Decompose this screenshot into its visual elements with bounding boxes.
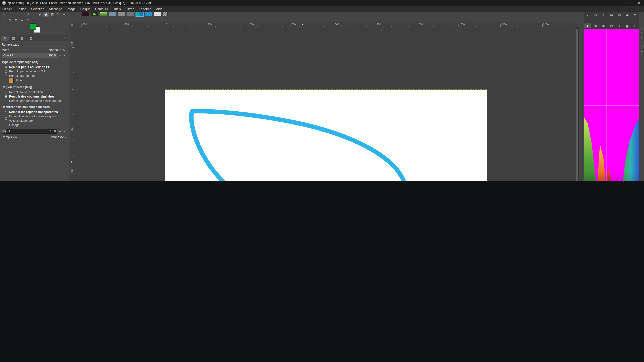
fg-bg-color-area[interactable] [30, 23, 40, 33]
bucket-fill-tool-icon[interactable]: ◉ [43, 12, 49, 17]
flip-tool-icon[interactable]: ⇄ [37, 12, 43, 17]
radio-option[interactable]: Remplir par la couleur d'AP [2, 69, 66, 73]
radio-option[interactable]: Remplir par un motif [2, 73, 66, 78]
fill-via-dropdown[interactable]: Composite ▾ [50, 135, 66, 139]
transform-tool-icon[interactable]: ◇ [31, 12, 37, 17]
minimize-button[interactable]: ─ [610, 0, 620, 6]
radio-option[interactable]: Remplir des couleurs similaires [2, 94, 66, 98]
opacity-decrease-button[interactable]: − [58, 54, 62, 57]
channel-C[interactable]: C [641, 32, 643, 35]
menu-affichage[interactable]: Affichage [46, 6, 64, 12]
maximize-button[interactable]: □ [622, 0, 632, 6]
ruler-corner-button[interactable]: ▦ [70, 22, 74, 27]
menu-outils[interactable]: Outils [110, 6, 123, 12]
document-history-tab-icon[interactable]: ▤ [608, 12, 615, 17]
threshold-increase-button[interactable]: + [63, 130, 66, 133]
preset-slate[interactable] [127, 12, 134, 16]
brush-preview[interactable] [82, 12, 89, 16]
heal-tool-icon[interactable]: ¤ [13, 17, 19, 22]
preset-blue[interactable] [145, 12, 152, 16]
check-option[interactable]: Lissage [2, 123, 66, 127]
channel-R[interactable]: R [641, 41, 643, 43]
detach-tab-icon[interactable]: □ [632, 12, 639, 17]
paths-tool-icon[interactable]: ʃ [1, 17, 7, 22]
menu-calque[interactable]: Calque [78, 6, 93, 12]
colors-tab-icon[interactable]: ◧ [584, 23, 591, 28]
crop-tool-icon[interactable]: # [25, 12, 31, 17]
pencil-tool-icon[interactable]: ✎ [55, 12, 61, 17]
channel-G[interactable]: G [641, 45, 643, 48]
channels-tab-icon[interactable]: ▤ [608, 23, 615, 28]
gradients-tab-icon[interactable]: ▩ [592, 23, 599, 28]
brush-leaf-preview[interactable] [90, 12, 98, 16]
radio-option[interactable]: Remplir toute la sélection [2, 90, 66, 94]
channel-B[interactable]: B [641, 50, 642, 52]
check-option[interactable]: Voisins diagonaux [2, 118, 66, 123]
menu-couleurs[interactable]: Couleurs [93, 6, 110, 12]
text-tool-icon[interactable]: A [7, 17, 13, 22]
histogram-tab-icon[interactable]: ▅ [624, 23, 631, 28]
ruler-label: 1000 [334, 23, 339, 26]
foreground-color-swatch[interactable] [30, 23, 36, 30]
layers-tab-icon[interactable]: ▣ [600, 23, 607, 28]
paths-tab-icon[interactable]: ʃ [616, 23, 623, 28]
menu-image[interactable]: Image [64, 6, 78, 12]
scrollbar-thumb[interactable] [576, 28, 578, 181]
threshold-decrease-button[interactable]: − [58, 130, 62, 133]
canvas[interactable] [165, 90, 487, 181]
check-option[interactable]: Échantillonner sur tous les calques [2, 114, 66, 118]
radio-option[interactable]: Remplir par la couleur de PP [2, 65, 66, 69]
gradient-green-preview[interactable] [100, 12, 107, 16]
channel-h[interactable]: h [641, 36, 642, 39]
horizontal-ruler[interactable]: ▼ -500-250025050075010001250150017502000… [74, 22, 578, 27]
mode-dropdown[interactable]: Normal ▾ [49, 48, 61, 52]
move-tool-icon[interactable]: + [1, 12, 7, 17]
undo-history-tab-icon[interactable]: ▦ [18, 36, 26, 40]
fonts-tab-icon[interactable]: A [600, 12, 607, 17]
brushes-tab-icon[interactable]: ✏ [584, 12, 591, 17]
channel-L[interactable]: L [641, 28, 642, 30]
fuzzy-select-tool-icon[interactable]: * [19, 12, 25, 17]
dock-menu-icon[interactable]: ≡ [64, 36, 67, 40]
color-select-area[interactable] [584, 29, 639, 181]
patterns-tab-icon[interactable]: ▨ [592, 12, 599, 17]
tool-options-body: Remplissage Mode Normal ▾ ↻ Opacité 100,… [0, 41, 68, 140]
detach-tab-icon[interactable]: □ [632, 23, 639, 28]
brush-circle-preview[interactable] [109, 12, 116, 16]
menu-fenêtres[interactable]: Fenêtres [136, 6, 154, 12]
gradient-tool-icon[interactable]: ▨ [49, 12, 55, 17]
menu-fichier[interactable]: Fichier [0, 6, 14, 12]
paintbrush-tool-icon[interactable]: ✏ [62, 12, 67, 17]
gradient-teal-preview[interactable] [136, 12, 143, 16]
check-option[interactable]: Remplir les régions transparentes [2, 110, 66, 114]
opacity-increase-button[interactable]: + [63, 54, 66, 57]
checker-icon[interactable] [163, 12, 168, 16]
images-tab-icon[interactable]: ▧ [27, 36, 35, 40]
ruler-label: -250 [124, 23, 129, 26]
threshold-slider[interactable]: Seuil 15,0 [2, 129, 57, 134]
menu-sélection[interactable]: Sélection [29, 6, 46, 12]
opacity-slider[interactable]: Opacité 100,0 [2, 53, 57, 58]
vertical-scrollbar[interactable] [576, 27, 578, 181]
canvas-area[interactable] [74, 27, 576, 181]
menu-filtres[interactable]: Filtres [123, 6, 136, 12]
ruler-label: -500 [82, 23, 87, 26]
close-button[interactable]: × [634, 0, 644, 6]
buffers-tab-icon[interactable]: ▥ [616, 12, 623, 17]
measure-tool-icon[interactable]: ∠ [19, 17, 25, 22]
device-status-tab-icon[interactable]: ▤ [10, 36, 18, 40]
preset-white[interactable] [154, 12, 161, 16]
reset-mode-button[interactable]: ↻ [62, 48, 66, 52]
free-select-tool-icon[interactable]: ◌ [13, 12, 19, 17]
menu-aide[interactable]: Aide [154, 6, 165, 12]
palettes-tab-icon[interactable]: ▦ [624, 12, 631, 17]
pattern-row[interactable]: Pine [2, 78, 66, 83]
option-label: Remplir par détection de dessin au trait [9, 99, 62, 102]
vertical-ruler[interactable]: ▶ -2500250500750100012501500 [70, 27, 74, 181]
radio-option[interactable]: Remplir par détection de dessin au trait [2, 98, 66, 103]
menu-édition[interactable]: Édition [14, 6, 29, 12]
rectangle-select-tool-icon[interactable]: ▭ [7, 12, 13, 17]
zoom-tool-icon[interactable]: ○ [25, 17, 31, 22]
tool-options-tab-icon[interactable]: ✎ [1, 36, 9, 40]
preset-gray[interactable] [118, 12, 125, 16]
